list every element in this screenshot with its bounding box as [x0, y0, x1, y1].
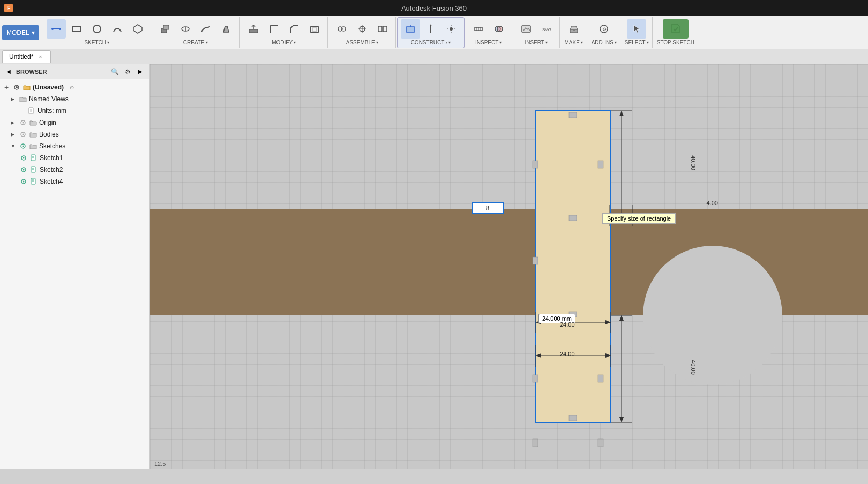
3d-print-btn[interactable] [564, 19, 583, 39]
assemble-label: ASSEMBLE ▾ [346, 40, 378, 46]
toolbar-section-modify: MODIFY ▾ [241, 17, 328, 48]
polygon-tool-btn[interactable] [128, 19, 147, 39]
brown-bar [150, 209, 868, 315]
polygon-tool-icon [132, 23, 144, 35]
interference-icon [493, 23, 505, 35]
sweep-btn[interactable] [196, 19, 215, 39]
sketch1-vis-icon [19, 154, 28, 162]
assemble-tools-row [332, 19, 392, 39]
3dprint-icon [568, 23, 580, 35]
rigid-group-btn[interactable] [373, 19, 392, 39]
svg-rect-0 [53, 28, 60, 29]
line-tool-icon [50, 23, 62, 35]
plane-btn[interactable] [401, 19, 420, 39]
sketch4-vis-icon [19, 177, 28, 186]
point-icon [445, 23, 457, 35]
root-settings-icon: ⊙ [68, 83, 76, 92]
sketches-folder-icon [29, 142, 38, 150]
shell-btn[interactable] [305, 19, 324, 39]
point-btn[interactable] [442, 19, 461, 39]
sidebar-item-units[interactable]: Units: mm [0, 105, 149, 117]
model-dropdown[interactable]: MODEL ▾ [2, 25, 39, 40]
sidebar-item-bodies[interactable]: ▶ Bodies [0, 128, 149, 140]
browser-root[interactable]: + (Unsaved) ⊙ [0, 81, 149, 93]
construct-tools-row [401, 19, 461, 39]
sidebar-collapse-btn[interactable]: ◀ [4, 67, 13, 76]
named-views-folder-icon [19, 95, 27, 103]
sidebar-item-sketch4[interactable]: Sketch4 [0, 176, 149, 187]
select-cursor-btn[interactable] [627, 19, 646, 39]
rigid-group-icon [377, 23, 388, 35]
app-title: Autodesk Fusion 360 [401, 4, 467, 12]
stop-sketch-icon [670, 23, 682, 35]
scripts-btn[interactable]: ⚙ [594, 19, 613, 39]
loft-btn[interactable] [216, 19, 236, 39]
chamfer-btn[interactable] [285, 19, 304, 39]
svg-point-50 [23, 134, 24, 135]
app-icon: F [4, 4, 13, 12]
sketch2-label: Sketch2 [40, 166, 63, 173]
sketch4-label: Sketch4 [40, 178, 63, 185]
svg-rect-12 [311, 26, 318, 33]
joint-btn[interactable] [332, 19, 351, 39]
cursor-icon [631, 23, 642, 35]
extrude-btn[interactable] [155, 19, 175, 39]
canvas[interactable]: 40.00 40.00 24.000 mm 24.00 24.00 4.00 S… [150, 64, 868, 469]
browser-search-btn[interactable]: 🔍 [110, 67, 119, 77]
sidebar-item-sketch1[interactable]: Sketch1 [0, 152, 149, 164]
rectangle-tool-btn[interactable] [67, 19, 86, 39]
origin-vis-icon [19, 118, 27, 127]
sidebar-item-named-views[interactable]: ▶ Named Views [0, 93, 149, 105]
joint-origin-btn[interactable] [353, 19, 372, 39]
dim-40-bottom: 40.00 [690, 360, 697, 375]
sidebar-item-origin[interactable]: ▶ Origin [0, 117, 149, 128]
line-tool-btn[interactable] [47, 19, 66, 39]
select-caret: ▾ [647, 40, 649, 45]
svg-rect-21 [406, 27, 415, 32]
sweep-icon [200, 23, 212, 35]
svg-point-42 [16, 86, 18, 88]
svg-btn[interactable]: SVG [537, 19, 556, 39]
revolve-btn[interactable] [176, 19, 195, 39]
browser-settings-btn[interactable]: ⚙ [123, 67, 132, 77]
svg-rect-19 [378, 26, 382, 32]
svg-rect-13 [312, 28, 317, 31]
decal-btn[interactable] [517, 19, 536, 39]
decal-icon [520, 23, 532, 35]
press-pull-btn[interactable] [244, 19, 263, 39]
dimension-input[interactable] [472, 202, 504, 214]
sidebar-item-sketch2[interactable]: Sketch2 [0, 164, 149, 176]
toolbar-section-make: MAKE ▾ [561, 17, 587, 48]
make-tools-row [564, 19, 583, 39]
main-area: ◀ BROWSER 🔍 ⚙ ▶ + (Unsaved) ⊙ ▶ [0, 64, 868, 469]
origin-label: Origin [39, 119, 56, 126]
stop-sketch-btn[interactable] [663, 19, 689, 39]
svg-text:SVG: SVG [542, 27, 551, 32]
root-label: (Unsaved) [33, 84, 64, 91]
toolbar-section-construct: CONSTRUCT › ▾ [397, 17, 465, 48]
circle-tool-btn[interactable] [87, 19, 107, 39]
measure-btn[interactable] [469, 19, 488, 39]
toolbar-section-inspect: INSPECT ▾ [466, 17, 512, 48]
svg-point-64 [23, 181, 25, 183]
axis-btn[interactable] [421, 19, 440, 39]
interference-btn[interactable] [489, 19, 508, 39]
svg-point-59 [23, 169, 25, 171]
tab-close-btn[interactable]: × [36, 53, 44, 61]
fillet-btn[interactable] [264, 19, 283, 39]
svg-icon: SVG [541, 23, 552, 35]
sidebar-item-sketches[interactable]: ▼ Sketches [0, 140, 149, 152]
arc-tool-icon [111, 23, 123, 35]
origin-folder-icon [29, 118, 38, 127]
inspect-label: INSPECT ▾ [475, 40, 502, 46]
arc-tool-btn[interactable] [108, 19, 127, 39]
dimension-input-container [472, 202, 504, 214]
browser-expand-btn[interactable]: ▶ [136, 67, 145, 77]
construct-caret: ▾ [448, 40, 451, 45]
sidebar-header: ◀ BROWSER 🔍 ⚙ ▶ [0, 64, 149, 79]
bodies-label: Bodies [39, 131, 59, 138]
modify-label: MODIFY ▾ [272, 40, 296, 46]
shell-icon [309, 23, 320, 35]
axis-icon [425, 23, 437, 35]
main-tab[interactable]: Untitled* × [2, 50, 51, 63]
